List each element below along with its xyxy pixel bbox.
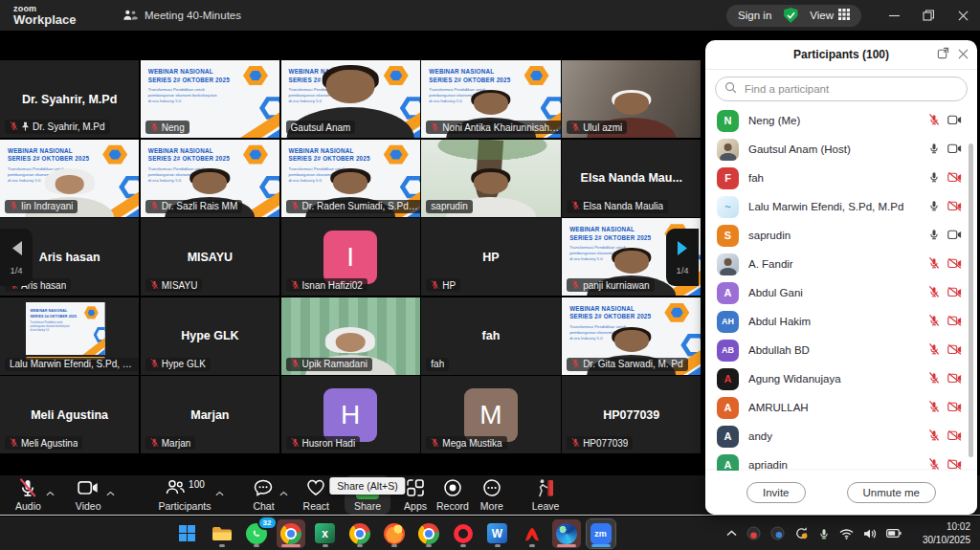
unmute-me-button[interactable]: Unmute me [847,482,936,503]
participant-row[interactable]: AAgung Widanujaya [705,364,977,393]
taskbar-chrome-icon[interactable] [277,519,305,548]
video-tile[interactable]: HP077039HP077039 [562,376,701,453]
taskbar-chrome-icon-3[interactable] [414,519,443,548]
zoom-workplace-logo: zoom Workplace [0,5,101,26]
video-options-chevron-icon[interactable] [106,483,115,500]
volume-icon[interactable] [863,528,877,539]
mic-muted-icon [150,201,159,211]
video-tile[interactable]: WEBINAR NASIONALSERIES 2# OKTOBER 2025Tr… [0,140,139,217]
participant-row[interactable]: AAMRULLAH [705,393,977,422]
taskbar-clock[interactable]: 10:02 30/10/2025 [909,520,980,546]
video-tile[interactable]: Ulul azmi [562,60,701,138]
participant-row[interactable]: Aandy [705,422,977,451]
toolbar-participants-button[interactable]: 100Participants [159,479,212,512]
toolbar-record-button[interactable]: Record [436,479,469,512]
chat-options-chevron-icon[interactable] [279,483,288,500]
tray-app-blue-icon[interactable] [770,526,785,540]
participant-search-input[interactable] [743,82,958,96]
prev-page-button[interactable]: 1/4 [0,229,33,286]
taskbar-word-icon[interactable]: W [483,519,512,548]
maximize-button[interactable] [911,0,946,31]
invite-button[interactable]: Invite [746,482,806,503]
video-tile[interactable]: HPHP [421,218,560,296]
audio-options-chevron-icon[interactable] [46,483,55,500]
participant-avatar [717,253,739,275]
participant-row[interactable]: ~Lalu Marwin Efendi, S.Pd, M.Pd [705,192,977,221]
security-shield-icon[interactable] [783,8,798,23]
participant-row[interactable]: Gautsul Anam (Host) [705,135,977,164]
toolbar-apps-button[interactable]: Apps [404,479,427,512]
participant-row[interactable]: A. Fandir [705,250,977,278]
taskbar-excel-icon[interactable]: x [311,519,340,548]
mic-muted-icon [10,438,18,449]
video-tile[interactable]: saprudin [421,140,560,217]
tray-mic-icon[interactable] [818,528,830,539]
sign-in-button[interactable]: Sign in [738,10,771,21]
video-tile[interactable]: Meli AgustinaMeli Agustina [0,376,139,453]
taskbar-chrome-icon-2[interactable] [345,519,374,548]
video-tile[interactable]: WEBINAR NASIONALSERIES 2# OKTOBER 2025Tr… [562,297,701,375]
taskbar-start-icon[interactable] [173,519,202,548]
video-tile[interactable]: Elsa Nanda Mau...Elsa Nanda Maulia [562,140,701,217]
tray-expand-chevron-icon[interactable] [726,530,737,537]
meeting-tab[interactable]: Meeting 40-Minutes [115,5,249,27]
video-tile[interactable]: IIsnan Hafizi02 [281,218,420,296]
participant-row[interactable]: AHAbdul Hakim [705,307,977,336]
video-tile[interactable]: WEBINAR NASIONALSERIES 2# OKTOBER 2025Tr… [141,60,279,138]
video-tile[interactable]: Upik Ramadani [281,297,420,375]
taskbar-zoom-icon[interactable]: zm [587,519,615,548]
taskbar-edge-icon[interactable] [552,519,581,548]
video-tile[interactable]: MMega Mustika [421,376,560,453]
participant-search[interactable] [715,77,968,101]
participants-options-chevron-icon[interactable] [215,483,224,500]
video-tile[interactable]: Hype GLKHype GLK [141,297,279,375]
close-button[interactable] [946,0,980,31]
participant-row[interactable]: NNeng (Me) [705,106,977,135]
participant-name: Abdul Gani [748,287,919,298]
tile-name-label: Upik Ramadani [286,358,372,371]
tray-app-red-icon[interactable] [746,526,761,540]
participant-avatar: A [717,397,739,419]
popout-icon[interactable] [937,46,949,63]
participant-row[interactable]: Ssaprudin [705,221,977,250]
toolbar-audio-button[interactable]: Audio [15,479,41,512]
participants-scrollbar[interactable] [969,143,973,457]
next-page-button[interactable]: 1/4 [666,229,699,286]
toolbar-chat-label: Chat [253,500,274,512]
close-panel-icon[interactable] [958,46,969,63]
video-tile[interactable]: fahfah [421,297,560,375]
view-button[interactable]: View [810,9,850,22]
taskbar-acrobat-icon[interactable] [518,519,546,548]
toolbar-more-button[interactable]: More [480,479,503,512]
participants-panel-footer: Invite Unmute me [705,471,977,515]
video-tile[interactable]: WEBINAR NASIONALSERIES 2# OKTOBER 2025Tr… [281,60,420,138]
participant-row[interactable]: AAbdul Gani [705,278,977,307]
toolbar-react-button[interactable]: React [303,479,329,512]
video-tile[interactable]: HHusron Hadi [281,376,420,453]
video-tile[interactable]: WEBINAR NASIONALSERIES 2# OKTOBER 2025Tr… [421,60,560,138]
taskbar-file-explorer-icon[interactable] [208,519,236,548]
mic-muted-icon [928,399,940,416]
video-tile[interactable]: MISAYUMISAYU [141,218,279,296]
battery-icon[interactable] [886,529,902,538]
participant-avatar: S [717,225,739,247]
video-tile[interactable]: WEBINAR NASIONALSERIES 2# OKTOBER 2025Tr… [281,140,420,217]
tray-sync-icon[interactable] [794,526,809,540]
participant-row[interactable]: Ffah [705,164,977,192]
taskbar-whatsapp-icon[interactable]: 32 [242,519,271,548]
video-tile[interactable]: WEBINAR NASIONALSERIES 2# OKTOBER 2025Tr… [141,140,279,217]
meeting-tab-label: Meeting 40-Minutes [145,10,241,21]
wifi-icon[interactable] [839,528,854,539]
toolbar-leave-button[interactable]: Leave [532,479,560,512]
minimize-button[interactable] [877,0,911,31]
mic-muted-icon [291,359,300,369]
taskbar-firefox-icon[interactable] [380,519,409,548]
video-tile[interactable]: Dr. Syahrir, M.PdDr. Syahrir, M.Pd [0,60,139,138]
video-tile[interactable]: WEBINAR NASIONALSERIES 2# OKTOBER 2025Tr… [0,297,139,375]
video-tile[interactable]: MarjanMarjan [141,376,279,453]
participant-row[interactable]: ABAbdullah BD [705,336,977,364]
toolbar-video-button[interactable]: Video [76,479,101,512]
taskbar-opera-icon[interactable] [449,519,478,548]
participant-name: AMRULLAH [748,402,919,413]
toolbar-chat-button[interactable]: Chat [253,479,274,512]
